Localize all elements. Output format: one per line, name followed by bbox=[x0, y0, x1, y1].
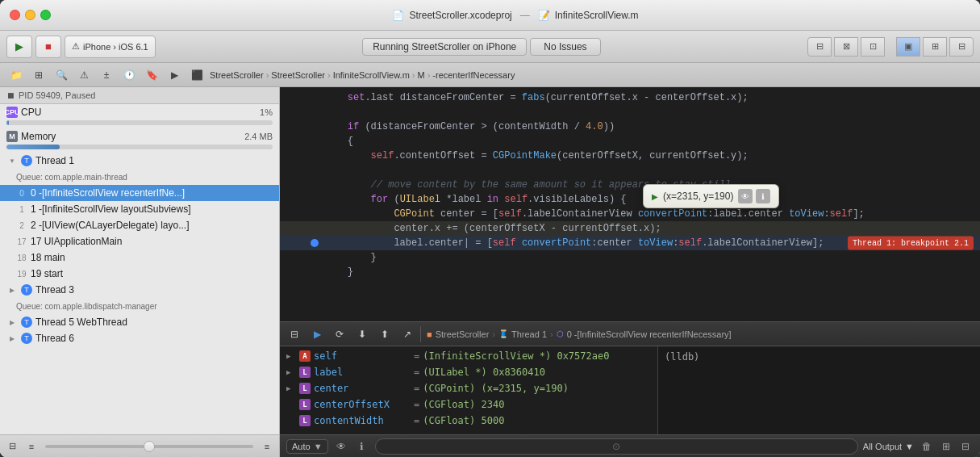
scheme-selector[interactable]: ⚠ iPhone › iOS 6.1 bbox=[65, 36, 156, 58]
issues-pill[interactable]: No Issues bbox=[530, 38, 600, 56]
var-centeroffsetx[interactable]: L centerOffsetX = (CGFloat) 2340 bbox=[280, 396, 657, 413]
pid-label: PID 59409, Paused bbox=[19, 90, 95, 100]
var-center[interactable]: ▶ L center = (CGPoint) (x=2315, y=190) bbox=[280, 380, 657, 396]
all-output-label[interactable]: All Output ▼ bbox=[863, 442, 914, 451]
close-button[interactable] bbox=[10, 10, 20, 20]
auto-select[interactable]: Auto ▼ bbox=[286, 439, 328, 454]
break-icon[interactable]: ⬛ bbox=[187, 66, 206, 84]
cpu-item[interactable]: CPU CPU 1% bbox=[0, 104, 279, 120]
cpu-icon: CPU bbox=[6, 107, 18, 118]
frame-19[interactable]: 19 19 start bbox=[0, 266, 279, 282]
code-editor[interactable]: set.last distanceFromCenter = fabs(curre… bbox=[280, 87, 980, 321]
frame2-label: 2 -[UIView(CALayerDelegate) layo...] bbox=[31, 220, 273, 231]
step-over-btn[interactable]: ⟳ bbox=[330, 325, 349, 343]
expand-btn[interactable]: ⊟ bbox=[957, 438, 974, 455]
frame1-num: 1 bbox=[16, 203, 27, 215]
step-into-btn[interactable]: ⬇ bbox=[352, 325, 372, 343]
tooltip-eye-icon[interactable]: 👁 bbox=[738, 189, 753, 203]
frame0-label: 0 -[InfiniteScrollView recenterIfNe...] bbox=[31, 187, 273, 199]
bookmark-icon[interactable]: 🔖 bbox=[142, 66, 161, 84]
breakpoint-indicator[interactable] bbox=[311, 239, 319, 247]
code-line: self.contentOffset = CGPointMake(centerO… bbox=[280, 149, 980, 163]
debug-toolbar: ⊟ ▶ ⟳ ⬇ ⬆ ↗ ■ StreetScroller › 🧵 Thread … bbox=[280, 322, 980, 346]
frame-0[interactable]: 0 0 -[InfiniteScrollView recenterIfNe...… bbox=[0, 185, 279, 201]
tooltip-play-icon: ▶ bbox=[652, 191, 658, 203]
code-line: } bbox=[280, 265, 980, 279]
thread-return-btn[interactable]: ↗ bbox=[398, 325, 417, 343]
console-input[interactable]: ⊙ bbox=[375, 438, 858, 455]
navigator-toggle[interactable]: ⊟ bbox=[807, 37, 832, 57]
main-content: ⏹ PID 59409, Paused CPU CPU 1% M Memory … bbox=[0, 87, 980, 457]
code-line-bp: label.center| = [self convertPoint:cente… bbox=[280, 236, 980, 250]
file-icon: 📝 bbox=[538, 10, 550, 21]
nav-filter-btn[interactable]: ⊟ bbox=[3, 438, 21, 455]
bc-method[interactable]: -recenterIfNecessary bbox=[432, 70, 515, 80]
value-tooltip[interactable]: ▶ (x=2315, y=190) 👁 ℹ bbox=[643, 184, 779, 208]
vars-info-icon[interactable]: ℹ bbox=[354, 438, 370, 455]
utilities-toggle[interactable]: ⊡ bbox=[861, 37, 885, 57]
step-out-btn[interactable]: ⬆ bbox=[375, 325, 394, 343]
frame17-num: 17 bbox=[16, 236, 27, 247]
bc-file[interactable]: InfiniteScrollView.m bbox=[333, 70, 410, 80]
memory-item[interactable]: M Memory 2.4 MB bbox=[0, 128, 279, 145]
frame18-label: 18 main bbox=[31, 252, 273, 263]
grid-icon[interactable]: ⊞ bbox=[29, 66, 48, 84]
stop-icon: ⏹ bbox=[6, 90, 15, 100]
main-toolbar: ▶ ■ ⚠ iPhone › iOS 6.1 Running StreetScr… bbox=[0, 31, 980, 63]
history-icon[interactable]: 🕐 bbox=[119, 66, 139, 84]
version-editor[interactable]: ⊟ bbox=[949, 37, 974, 57]
slider-thumb[interactable] bbox=[144, 441, 155, 452]
warn-icon[interactable]: ⚠ bbox=[74, 66, 94, 84]
assistant-editor[interactable]: ⊞ bbox=[923, 37, 947, 57]
debug-bottom-bar: Auto ▼ 👁 ℹ ⊙ All Output ▼ 🗑 ⊞ bbox=[280, 434, 980, 457]
frame-18[interactable]: 18 18 main bbox=[0, 249, 279, 266]
frame-1[interactable]: 1 1 -[InfiniteScrollView layoutSubviews] bbox=[0, 201, 279, 217]
var-type-l2: L bbox=[299, 383, 311, 394]
thread3-header[interactable]: ▶ T Thread 3 bbox=[0, 282, 279, 298]
code-line: set.last distanceFromCenter = fabs(curre… bbox=[280, 90, 980, 105]
thread1-header[interactable]: ▼ T Thread 1 bbox=[0, 153, 279, 169]
left-panel-bottom: ⊟ ≡ ≡ bbox=[0, 434, 279, 457]
debug-body: ▶ A self = (InfiniteScrollView *) 0x7572… bbox=[280, 346, 980, 434]
minimize-button[interactable] bbox=[25, 10, 35, 20]
thread5-header[interactable]: ▶ T Thread 5 WebThread bbox=[0, 314, 279, 330]
thread3-expand-icon: ▶ bbox=[6, 284, 18, 296]
var-self[interactable]: ▶ A self = (InfiniteScrollView *) 0x7572… bbox=[280, 348, 657, 364]
clear-console-btn[interactable]: 🗑 bbox=[919, 438, 935, 455]
var-contentwidth[interactable]: L contentWidth = (CGFloat) 5000 bbox=[280, 413, 657, 429]
run-button[interactable]: ▶ bbox=[6, 36, 32, 58]
nav-list-btn[interactable]: ≡ bbox=[23, 438, 40, 455]
thread1-icon: T bbox=[21, 155, 32, 166]
tooltip-action-icons: 👁 ℹ bbox=[738, 189, 770, 203]
frame0-num: 0 bbox=[16, 187, 27, 199]
cpu-progress bbox=[6, 120, 273, 125]
maximize-button[interactable] bbox=[40, 10, 51, 20]
diff-icon[interactable]: ± bbox=[97, 66, 116, 84]
thread1-expand-icon: ▼ bbox=[6, 155, 18, 166]
var-type-l4: L bbox=[299, 415, 311, 426]
play-icon[interactable]: ▶ bbox=[165, 66, 184, 84]
left-panel: ⏹ PID 59409, Paused CPU CPU 1% M Memory … bbox=[0, 87, 280, 457]
folder-icon[interactable]: 📁 bbox=[6, 66, 26, 84]
tooltip-info-icon[interactable]: ℹ bbox=[756, 189, 770, 203]
split-view-btn[interactable]: ⊞ bbox=[938, 438, 954, 455]
thread6-header[interactable]: ▶ T Thread 6 bbox=[0, 330, 279, 346]
memory-icon: M bbox=[6, 131, 18, 142]
nav-zoom-slider[interactable] bbox=[45, 445, 253, 448]
cpu-label: CPU bbox=[21, 107, 256, 118]
breadcrumb-toolbar: 📁 ⊞ 🔍 ⚠ ± 🕐 🔖 ▶ ⬛ StreetScroller › Stree… bbox=[0, 63, 980, 87]
thread5-label: Thread 5 WebThread bbox=[35, 317, 273, 328]
search-icon[interactable]: 🔍 bbox=[52, 66, 71, 84]
hide-debug-btn[interactable]: ⊟ bbox=[285, 325, 304, 343]
frame-17[interactable]: 17 17 UIApplicationMain bbox=[0, 233, 279, 249]
var-label[interactable]: ▶ L label = (UILabel *) 0x8360410 bbox=[280, 364, 657, 380]
standard-editor[interactable]: ▣ bbox=[896, 37, 920, 57]
vars-eye-icon[interactable]: 👁 bbox=[333, 438, 349, 455]
stop-button[interactable]: ■ bbox=[35, 36, 61, 58]
continue-btn[interactable]: ▶ bbox=[307, 325, 327, 343]
bc-group[interactable]: StreetScroller bbox=[271, 70, 325, 80]
bc-project[interactable]: StreetScroller bbox=[210, 70, 264, 80]
debug-toggle[interactable]: ⊠ bbox=[834, 37, 858, 57]
frame-2[interactable]: 2 2 -[UIView(CALayerDelegate) layo...] bbox=[0, 217, 279, 233]
nav-more-btn[interactable]: ≡ bbox=[258, 438, 276, 455]
